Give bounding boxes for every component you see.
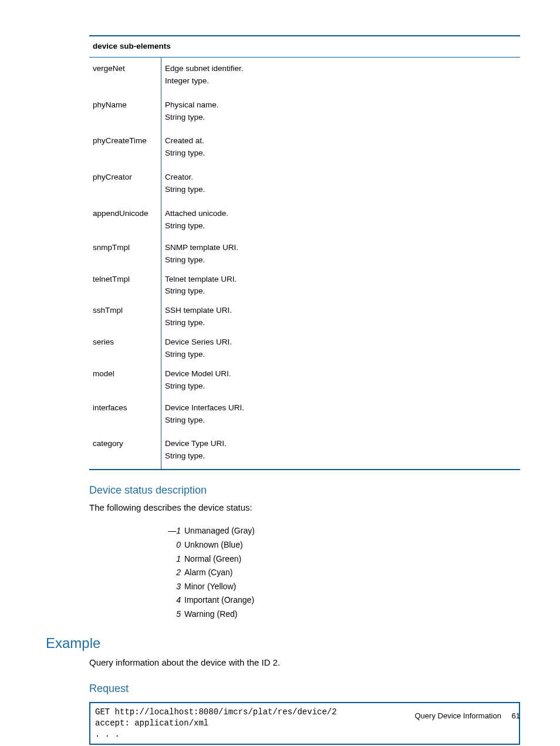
description-line: String type. [165,381,517,392]
element-name: phyName [89,94,161,130]
element-description: Device Interfaces URI.String type. [161,397,521,433]
element-name: vergeNet [89,57,161,93]
footer-page-number: 61 [512,711,520,720]
description-line: Device Model URI. [165,369,517,380]
element-name: series [89,333,161,365]
status-code: 3 [157,581,181,593]
element-name: phyCreator [89,166,161,202]
element-name: snmpTmpl [89,239,161,271]
element-description: SNMP template URI.String type. [161,239,521,271]
description-line: String type. [165,318,517,329]
status-item: —1Unmanaged (Gray) [157,525,520,537]
status-list: —1Unmanaged (Gray)0Unknown (Blue)1Normal… [157,525,520,620]
table-row: appendUnicodeAttached unicode.String typ… [89,202,520,239]
element-name: appendUnicode [89,202,161,239]
element-description: SSH template URI.String type. [161,302,521,333]
device-sub-elements-table: device sub-elements vergeNetEdge subnet … [89,35,520,470]
status-item: 0Unknown (Blue) [157,539,520,551]
status-label: Important (Orange) [184,595,254,606]
device-status-intro: The following describes the device statu… [89,501,520,514]
element-description: Device Type URI.String type. [161,433,521,469]
status-item: 3Minor (Yellow) [157,581,520,593]
description-line: Device Series URI. [165,337,517,348]
status-label: Unmanaged (Gray) [184,525,255,537]
description-line: SSH template URI. [165,305,517,316]
element-name: phyCreateTime [89,130,161,166]
element-name: telnetTmpl [89,271,161,302]
table-row: categoryDevice Type URI.String type. [89,433,520,469]
status-code: 4 [157,595,181,606]
example-heading: Example [46,633,520,653]
footer-title: Query Device Information [415,711,501,720]
description-line: String type. [165,221,517,232]
status-item: 4Important (Orange) [157,595,520,606]
request-code-block: GET http://localhost:8080/imcrs/plat/res… [89,702,520,745]
element-name: category [89,433,161,469]
element-description: Edge subnet identifier.Integer type. [161,57,521,93]
request-heading: Request [89,681,520,696]
element-description: Telnet template URI.String type. [161,271,521,302]
status-item: 5Warning (Red) [157,609,520,620]
table-row: telnetTmplTelnet template URI.String typ… [89,271,520,302]
description-line: Created at. [165,136,517,147]
description-line: Integer type. [165,76,517,87]
status-label: Unknown (Blue) [184,539,243,551]
status-code: —1 [157,525,181,537]
table-row: vergeNetEdge subnet identifier.Integer t… [89,57,520,93]
status-code: 0 [157,539,181,551]
element-description: Physical name.String type. [161,94,521,130]
description-line: Creator. [165,172,517,183]
status-code: 5 [157,609,181,620]
table-row: phyCreatorCreator.String type. [89,166,520,202]
page-footer: Query Device Information 61 [415,711,521,721]
status-label: Alarm (Cyan) [184,567,232,579]
element-description: Device Model URI.String type. [161,365,521,397]
table-row: seriesDevice Series URI.String type. [89,333,520,365]
description-line: Telnet template URI. [165,274,517,285]
table-row: phyNamePhysical name.String type. [89,94,520,130]
table-header: device sub-elements [89,36,520,57]
description-line: String type. [165,112,517,123]
table-row: phyCreateTimeCreated at.String type. [89,130,520,166]
table-row: snmpTmplSNMP template URI.String type. [89,239,520,271]
status-label: Minor (Yellow) [184,581,236,593]
table-row: sshTmplSSH template URI.String type. [89,302,520,333]
description-line: Attached unicode. [165,208,517,220]
element-name: interfaces [89,397,161,433]
status-code: 2 [157,567,181,579]
device-status-heading: Device status description [89,483,520,498]
element-description: Created at.String type. [161,130,521,166]
element-description: Device Series URI.String type. [161,333,521,365]
description-line: Device Type URI. [165,438,517,450]
description-line: String type. [165,349,517,360]
description-line: SNMP template URI. [165,242,517,254]
description-line: String type. [165,148,517,159]
table-row: modelDevice Model URI.String type. [89,365,520,397]
description-line: String type. [165,184,517,195]
description-line: String type. [165,255,517,266]
table-row: interfacesDevice Interfaces URI.String t… [89,397,520,433]
example-intro: Query information about the device with … [89,656,520,669]
element-name: model [89,365,161,397]
status-item: 1Normal (Green) [157,553,520,565]
element-description: Attached unicode.String type. [161,202,521,239]
description-line: String type. [165,286,517,297]
description-line: Physical name. [165,100,517,111]
description-line: String type. [165,415,517,426]
description-line: String type. [165,451,517,462]
status-label: Normal (Green) [184,553,241,565]
element-name: sshTmpl [89,302,161,333]
status-code: 1 [157,553,181,565]
status-item: 2Alarm (Cyan) [157,567,520,579]
description-line: Device Interfaces URI. [165,403,517,414]
element-description: Creator.String type. [161,166,521,202]
description-line: Edge subnet identifier. [165,63,517,75]
status-label: Warning (Red) [184,609,238,620]
